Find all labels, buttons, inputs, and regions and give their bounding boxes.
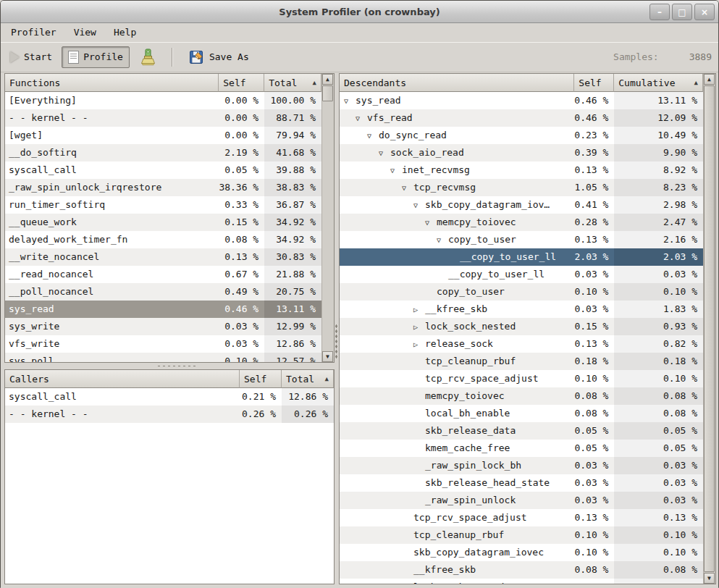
scroll-down-button[interactable]: ▼ xyxy=(704,573,715,584)
table-row[interactable]: - - kernel - -0.00 %88.71 % xyxy=(5,109,321,127)
horizontal-pane-splitter[interactable] xyxy=(4,363,335,369)
table-row[interactable]: run_timer_softirq0.33 %36.87 % xyxy=(5,196,321,214)
table-row[interactable]: [Everything]0.00 %100.00 % xyxy=(5,92,321,109)
tree-row[interactable]: __kfree_skb0.08 %0.08 % xyxy=(340,561,703,579)
table-row[interactable]: __write_nocancel0.13 %30.83 % xyxy=(5,248,321,266)
tree-row[interactable]: skb_copy_datagram_iovec0.10 %0.10 % xyxy=(340,544,703,561)
function-name-label: __copy_to_user_ll xyxy=(460,251,556,262)
expander-open-icon[interactable]: ▽ xyxy=(344,93,356,109)
menu-item-view[interactable]: View xyxy=(67,25,104,40)
expander-open-icon[interactable]: ▽ xyxy=(402,180,413,196)
tree-row[interactable]: ▽do_sync_read0.23 %10.49 % xyxy=(340,127,703,144)
functions-scrollbar[interactable]: ▲ ▼ xyxy=(321,74,334,362)
expander-open-icon[interactable]: ▽ xyxy=(437,232,448,248)
maximize-button[interactable]: □ xyxy=(672,4,692,20)
tree-row[interactable]: tcp_rcv_space_adjust0.10 %0.10 % xyxy=(340,370,703,387)
scroll-up-button[interactable]: ▲ xyxy=(704,74,715,85)
expander-open-icon[interactable]: ▽ xyxy=(367,127,379,144)
tree-row[interactable]: skb_release_data0.05 %0.05 % xyxy=(340,422,703,440)
tree-row[interactable]: ▽sock_aio_read0.39 %9.90 % xyxy=(340,144,703,161)
tree-row[interactable]: kmem_cache_free0.05 %0.05 % xyxy=(340,440,703,457)
tree-row[interactable]: tcp_rcv_space_adjust0.13 %0.13 % xyxy=(340,509,703,526)
table-row[interactable]: sys_poll0.10 %12.57 % xyxy=(5,353,321,362)
tree-row[interactable]: skb_release_head_state0.03 %0.03 % xyxy=(340,474,703,492)
tree-row[interactable]: memcpy_toiovec0.08 %0.08 % xyxy=(340,387,703,405)
function-name: _raw_spin_lock_bh xyxy=(340,457,574,474)
table-row[interactable]: _raw_spin_unlock_irqrestore38.36 %38.83 … xyxy=(5,179,321,196)
titlebar[interactable]: System Profiler (on crownbay) – □ × xyxy=(1,1,718,23)
reset-button[interactable] xyxy=(133,43,163,71)
table-row[interactable]: __read_nocancel0.67 %21.88 % xyxy=(5,266,321,283)
table-row[interactable]: sys_write0.03 %12.99 % xyxy=(5,318,321,335)
total-percent: 39.88 % xyxy=(264,161,321,179)
tree-row[interactable]: ▷__kfree_skb0.03 %1.83 % xyxy=(340,301,703,318)
self-percent: 0.15 % xyxy=(219,214,264,231)
self-column-header[interactable]: Self xyxy=(574,74,614,92)
table-row[interactable]: [wget]0.00 %79.94 % xyxy=(5,127,321,144)
descendants-column-header[interactable]: Descendants xyxy=(340,74,574,92)
vertical-pane-splitter[interactable] xyxy=(334,73,339,584)
save-as-button[interactable]: Save As xyxy=(182,45,256,70)
self-percent: 0.03 % xyxy=(219,335,264,353)
tree-row[interactable]: ▽tcp_recvmsg1.05 %8.23 % xyxy=(340,179,703,196)
total-column-header[interactable]: Total ▲ xyxy=(264,74,321,92)
cumulative-column-header[interactable]: Cumulative ▲ xyxy=(614,74,703,92)
expander-open-icon[interactable]: ▽ xyxy=(425,214,437,231)
tree-row[interactable]: ▽inet_recvmsg0.13 %8.92 % xyxy=(340,161,703,179)
callers-column-header[interactable]: Callers xyxy=(5,370,240,388)
scrollbar-thumb[interactable] xyxy=(704,85,715,572)
table-row[interactable]: syscall_call0.21 %12.86 % xyxy=(5,388,334,406)
functions-column-header[interactable]: Functions xyxy=(5,74,219,92)
minimize-button[interactable]: – xyxy=(649,4,670,20)
table-row[interactable]: __poll_nocancel0.49 %20.75 % xyxy=(5,283,321,301)
tree-row[interactable]: tcp_cleanup_rbuf0.10 %0.10 % xyxy=(340,526,703,544)
start-button[interactable]: Start xyxy=(4,47,59,67)
tree-row[interactable]: __copy_to_user_ll0.03 %0.03 % xyxy=(340,266,703,283)
total-column-header[interactable]: Total ▲ xyxy=(282,370,334,388)
callers-panel: Callers Self Total ▲ syscall_call0.21 %1… xyxy=(4,369,335,584)
scroll-up-button[interactable]: ▲ xyxy=(322,74,333,85)
self-percent: 0.10 % xyxy=(574,283,614,301)
self-percent: 0.03 % xyxy=(574,474,614,492)
expander-open-icon[interactable]: ▽ xyxy=(356,110,367,127)
function-name: ▽skb_copy_datagram_iov… xyxy=(340,196,574,214)
table-row[interactable]: vfs_write0.03 %12.86 % xyxy=(5,335,321,353)
tree-row[interactable]: ▷lock_sock_nested0.15 %0.93 % xyxy=(340,318,703,335)
expander-open-icon[interactable]: ▽ xyxy=(390,162,402,179)
scrollbar-thumb[interactable] xyxy=(322,85,333,101)
tree-row[interactable]: ▽sys_read0.46 %13.11 % xyxy=(340,92,703,109)
scroll-down-button[interactable]: ▼ xyxy=(322,351,333,362)
tree-row[interactable]: ▽skb_copy_datagram_iov…0.41 %2.98 % xyxy=(340,196,703,214)
tree-row[interactable]: ▽copy_to_user0.13 %2.16 % xyxy=(340,231,703,248)
table-row[interactable]: sys_read0.46 %13.11 % xyxy=(5,301,321,318)
tree-row[interactable]: ▽memcpy_toiovec0.28 %2.47 % xyxy=(340,214,703,231)
function-name: ▽vfs_read xyxy=(340,109,574,127)
self-column-header[interactable]: Self xyxy=(240,370,282,388)
tree-row[interactable]: ▷release_sock0.13 %0.82 % xyxy=(340,335,703,353)
expander-collapsed-icon[interactable]: ▷ xyxy=(413,301,425,318)
table-row[interactable]: __queue_work0.15 %34.92 % xyxy=(5,214,321,231)
menu-item-help[interactable]: Help xyxy=(106,25,143,40)
tree-row[interactable]: __copy_to_user_ll2.03 %2.03 % xyxy=(340,248,703,266)
tree-row[interactable]: _raw_spin_lock_bh0.03 %0.03 % xyxy=(340,457,703,474)
expander-open-icon[interactable]: ▽ xyxy=(379,145,390,161)
tree-row[interactable]: local_bh_enable0.08 %0.08 % xyxy=(340,405,703,422)
table-row[interactable]: - - kernel - -0.26 %0.26 % xyxy=(5,406,334,423)
tree-row[interactable]: _raw_spin_unlock0.03 %0.03 % xyxy=(340,492,703,509)
self-column-header[interactable]: Self xyxy=(219,74,264,92)
menu-item-profiler[interactable]: Profiler xyxy=(4,25,64,40)
table-row[interactable]: syscall_call0.05 %39.88 % xyxy=(5,161,321,179)
expander-collapsed-icon[interactable]: ▷ xyxy=(413,336,425,353)
tree-row[interactable]: ▽vfs_read0.46 %12.09 % xyxy=(340,109,703,127)
expander-open-icon[interactable]: ▽ xyxy=(413,197,425,214)
expander-collapsed-icon[interactable]: ▷ xyxy=(413,319,425,335)
tree-row[interactable]: tcp_cleanup_rbuf0.18 %0.18 % xyxy=(340,353,703,370)
table-row[interactable]: delayed_work_timer_fn0.08 %34.92 % xyxy=(5,231,321,248)
tree-row[interactable]: copy_to_user0.10 %0.10 % xyxy=(340,283,703,301)
tree-row[interactable]: lock_sock_nested0.08 %0.08 % xyxy=(340,579,703,584)
table-row[interactable]: __do_softirq2.19 %41.68 % xyxy=(5,144,321,161)
profile-toggle-button[interactable]: Profile xyxy=(62,46,130,68)
close-button[interactable]: × xyxy=(694,4,715,20)
function-name: __queue_work xyxy=(5,214,219,231)
descendants-scrollbar[interactable]: ▲ ▼ xyxy=(703,74,715,584)
